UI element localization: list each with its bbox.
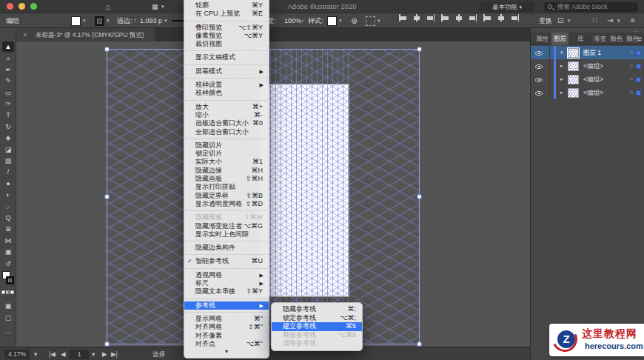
view-menu-item[interactable]: 轮廓⌘Y (184, 1, 269, 10)
layer-name[interactable]: <编组> (583, 59, 603, 73)
visibility-eye-icon[interactable] (535, 91, 543, 96)
visibility-eye-icon[interactable] (535, 78, 543, 82)
stroke-stepper-icon[interactable]: ↕ (133, 13, 136, 28)
fill-stroke-widget[interactable] (2, 271, 14, 286)
panel-tab-color[interactable]: 颜色 (608, 33, 625, 45)
view-menu-item[interactable]: 对齐点⌥⌘" (184, 340, 269, 348)
view-menu-item[interactable]: 实际大小⌘1 (184, 158, 269, 166)
distribute-right-icon[interactable] (511, 13, 520, 22)
zoom-caret-icon[interactable]: ▾ (34, 347, 37, 360)
view-menu-item[interactable]: 校样颜色 (184, 89, 269, 97)
fill-color-swatch[interactable] (71, 16, 81, 26)
view-menu-item[interactable]: 标尺▶ (184, 279, 269, 287)
fill-caret-icon[interactable]: ▾ (83, 13, 86, 28)
align-v-center-icon[interactable] (455, 13, 463, 22)
opacity-value[interactable]: 100% (284, 13, 301, 28)
rectangle-tool[interactable]: ▭ (2, 87, 14, 98)
chevron-right-icon[interactable]: ▸ (560, 86, 563, 99)
view-menu-item[interactable]: 裁切视图 (184, 40, 269, 48)
panel-menu-icon[interactable]: ≡ (631, 13, 635, 28)
align-bottom-icon[interactable] (469, 13, 477, 22)
style-caret-icon[interactable]: ▾ (339, 13, 342, 28)
layer-name[interactable]: <编组> (583, 86, 603, 99)
layer-name[interactable]: 图层 1 (583, 46, 601, 59)
layer-thumbnail[interactable] (568, 75, 579, 84)
preferences-icon[interactable]: ⇥ (607, 13, 613, 28)
guides-submenu-item[interactable]: 锁定参考线⌥⌘; (272, 314, 362, 323)
view-menu-item[interactable]: 显示网格⌘" (184, 315, 269, 323)
align-right-icon[interactable] (426, 13, 435, 22)
tab-close-icon[interactable]: × (23, 28, 27, 41)
panel-tab-properties[interactable]: 属性 (534, 33, 551, 45)
view-menu-item[interactable]: 对齐像素 (184, 332, 269, 340)
eraser-tool[interactable]: ◪ (2, 144, 14, 155)
zoom-level-value[interactable]: 4.17% (4, 350, 30, 359)
artboard-caret-icon[interactable]: ▾ (92, 347, 95, 360)
view-menu-item[interactable]: 显示打印拼贴 (184, 183, 269, 191)
visibility-eye-icon[interactable] (535, 64, 543, 69)
view-menu-item[interactable]: 参考线▶ (184, 301, 269, 310)
target-circle-icon[interactable]: ○ (629, 73, 633, 86)
type-tool[interactable]: T (2, 110, 14, 120)
canvas[interactable] (16, 41, 530, 347)
stroke-swatch[interactable] (6, 276, 14, 284)
chevron-down-icon[interactable]: ▾ (560, 46, 563, 59)
chevron-right-icon[interactable]: ▸ (560, 73, 563, 86)
selection-indicator[interactable] (636, 77, 641, 82)
view-menu-item[interactable]: 屏幕模式▶ (184, 67, 269, 76)
view-menu-item[interactable]: 隐藏边角构件 (184, 244, 269, 252)
layer-row[interactable]: ▸<编组>○ (531, 86, 644, 99)
opacity-more-icon[interactable]: › (301, 13, 303, 28)
target-circle-icon[interactable]: ○ (629, 46, 633, 59)
view-menu-item[interactable]: 全部适合窗口大小 (184, 128, 269, 136)
prev-artboard-icon[interactable]: ◀ (61, 347, 66, 360)
rotate-tool[interactable]: ↻ (2, 121, 14, 132)
view-menu-item[interactable]: 隐藏画板⇧⌘H (184, 175, 269, 183)
panel-tab-layers[interactable]: 图层 (551, 33, 568, 45)
layer-thumbnail[interactable] (568, 48, 579, 58)
layer-thumbnail[interactable] (568, 61, 579, 71)
gradient-button[interactable] (6, 290, 10, 294)
view-menu-item[interactable]: 缩小⌘- (184, 111, 269, 119)
align-h-center-icon[interactable] (412, 13, 421, 22)
selection-indicator[interactable] (636, 90, 641, 96)
document-setup-icon[interactable]: ∷ (592, 13, 597, 28)
view-menu-item[interactable]: 隐藏渐变批注者⌥⌘G (184, 222, 269, 230)
layer-name[interactable]: <编组> (583, 73, 603, 86)
view-menu-item[interactable]: 隐藏边缘⌘H (184, 167, 269, 175)
last-artboard-icon[interactable]: ▶| (111, 347, 118, 360)
layer-row[interactable]: ▸<编组>○ (531, 59, 644, 73)
layer-thumbnail[interactable] (568, 88, 579, 98)
guides-submenu-item[interactable]: 隐藏参考线⌘; (272, 305, 362, 314)
view-menu-item[interactable]: 隐藏切片 (184, 141, 269, 150)
view-menu-item[interactable]: 放大⌘+ (184, 103, 269, 111)
view-menu-item[interactable]: 透视网格▶ (184, 271, 269, 279)
chevron-right-icon[interactable]: ▸ (560, 59, 563, 73)
menu-scroll-down-icon[interactable]: ▼ (184, 348, 269, 356)
view-menu-item[interactable]: 智能参考线✓⌘U (184, 257, 269, 265)
transform-label[interactable]: 变换 (539, 13, 552, 28)
rotate-view-tool[interactable]: ↺ (2, 259, 14, 269)
view-menu-item[interactable]: 隐藏文本串接⇧⌘Y (184, 287, 269, 296)
view-menu-item[interactable]: 显示实时上色间隙 (184, 230, 269, 239)
target-circle-icon[interactable]: ○ (629, 59, 633, 73)
stroke-color-swatch[interactable] (95, 16, 104, 26)
selection-indicator[interactable] (636, 50, 641, 56)
stroke-caret-icon[interactable]: ▾ (107, 13, 110, 28)
recolor-artwork-icon[interactable]: ⊕ (351, 13, 358, 28)
style-swatch[interactable] (327, 16, 337, 26)
artboard-number-field[interactable]: 1 (70, 350, 89, 359)
view-menu-item[interactable]: 画板适合窗口大小⌘0 (184, 119, 269, 127)
view-menu-item[interactable]: 显示文稿模式 (184, 53, 269, 61)
stroke-weight-caret-icon[interactable]: ▾ (164, 13, 167, 28)
pen-tool[interactable]: ✒ (2, 64, 14, 75)
workspace-switcher[interactable]: 基本功能 ▾ (480, 2, 534, 12)
direct-selection-tool[interactable]: ▵ (2, 53, 14, 63)
none-button[interactable] (10, 290, 14, 294)
draw-mode-button[interactable]: ▣ (2, 301, 14, 311)
document-tab[interactable]: × 未标题-3* @ 4.17% (CMYK/GPU 预览) (16, 28, 155, 41)
width-tool[interactable]: ⋈ (2, 236, 14, 246)
hand-tool[interactable]: ☞ (2, 201, 14, 212)
view-menu-item[interactable]: 像素预览⌥⌘Y (184, 32, 269, 40)
blob-brush-tool[interactable]: ● (2, 179, 14, 189)
